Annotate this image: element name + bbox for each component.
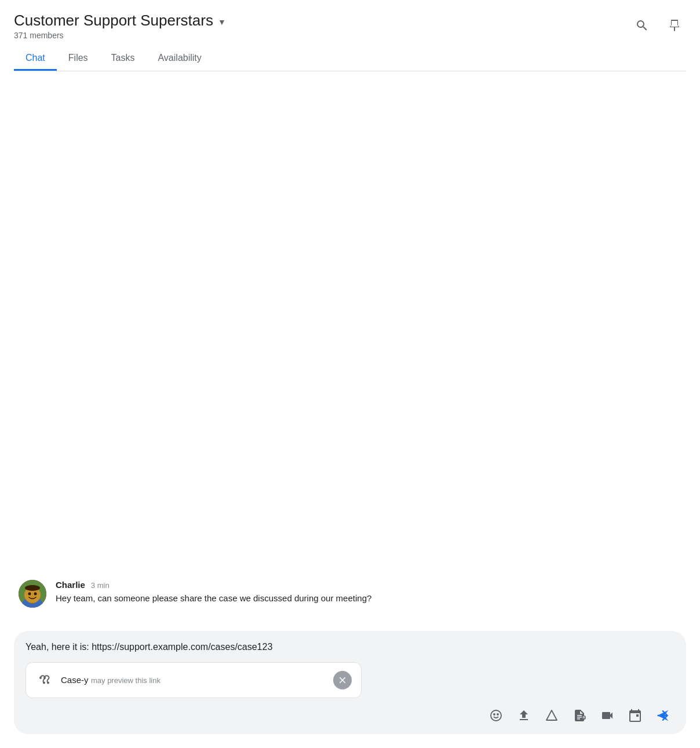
message-time: 3 min [91, 581, 110, 590]
svg-point-5 [34, 593, 37, 596]
sender-name: Charlie [56, 580, 85, 590]
tab-files[interactable]: Files [57, 47, 100, 71]
svg-point-8 [43, 682, 45, 684]
message-text: Hey team, can someone please share the c… [56, 592, 371, 605]
calendar-button[interactable] [624, 704, 647, 727]
group-title: Customer Support Superstars [14, 12, 213, 30]
link-app-icon [35, 671, 54, 689]
member-count: 371 members [14, 31, 226, 40]
svg-point-13 [497, 714, 498, 715]
casey-icon [37, 672, 53, 688]
send-button[interactable] [651, 704, 675, 727]
docs-icon [573, 709, 586, 722]
chat-area: Charlie 3 min Hey team, can someone plea… [0, 71, 700, 631]
drive-button[interactable] [540, 704, 563, 727]
link-preview-left: Case-y may preview this link [35, 671, 161, 689]
search-button[interactable] [630, 14, 654, 37]
avatar [19, 580, 46, 608]
close-icon [337, 675, 348, 685]
search-icon [635, 19, 649, 32]
tabs-bar: Chat Files Tasks Availability [14, 47, 686, 71]
link-preview-subtext-detail: may preview this link [91, 676, 161, 685]
header-actions [630, 12, 686, 37]
calendar-icon [628, 709, 642, 722]
pin-icon [668, 19, 681, 32]
message-group: Charlie 3 min Hey team, can someone plea… [19, 580, 681, 608]
send-icon [655, 707, 671, 724]
compose-toolbar [25, 704, 675, 727]
svg-point-11 [491, 710, 501, 721]
link-preview-card: Case-y may preview this link [25, 662, 362, 698]
tab-tasks[interactable]: Tasks [100, 47, 147, 71]
svg-point-10 [47, 682, 49, 684]
compose-container[interactable]: Yeah, here it is: https://support.exampl… [14, 631, 686, 734]
title-area: Customer Support Superstars ▼ 371 member… [14, 12, 226, 40]
svg-rect-17 [636, 714, 639, 717]
svg-point-6 [25, 585, 40, 591]
close-preview-button[interactable] [333, 671, 352, 689]
drive-icon [545, 709, 559, 722]
compose-text[interactable]: Yeah, here it is: https://support.exampl… [25, 640, 675, 654]
svg-point-9 [43, 677, 46, 679]
svg-point-7 [39, 677, 42, 679]
link-preview-text: Case-y may preview this link [61, 675, 161, 685]
svg-point-12 [494, 714, 495, 715]
docs-button[interactable] [568, 704, 591, 727]
link-preview-name: Case-y [61, 675, 89, 685]
upload-button[interactable] [512, 704, 535, 727]
pin-button[interactable] [663, 14, 686, 37]
message-meta: Charlie 3 min [56, 580, 371, 590]
tab-availability[interactable]: Availability [146, 47, 213, 71]
emoji-button[interactable] [484, 704, 508, 727]
message-content: Charlie 3 min Hey team, can someone plea… [56, 580, 371, 605]
dropdown-arrow-icon[interactable]: ▼ [218, 17, 226, 27]
video-icon [600, 709, 614, 722]
video-button[interactable] [596, 704, 619, 727]
svg-point-4 [28, 593, 31, 596]
upload-icon [517, 709, 531, 722]
tab-chat[interactable]: Chat [14, 47, 57, 71]
emoji-icon [489, 709, 503, 722]
charlie-avatar-image [19, 580, 46, 608]
header: Customer Support Superstars ▼ 371 member… [0, 0, 700, 71]
